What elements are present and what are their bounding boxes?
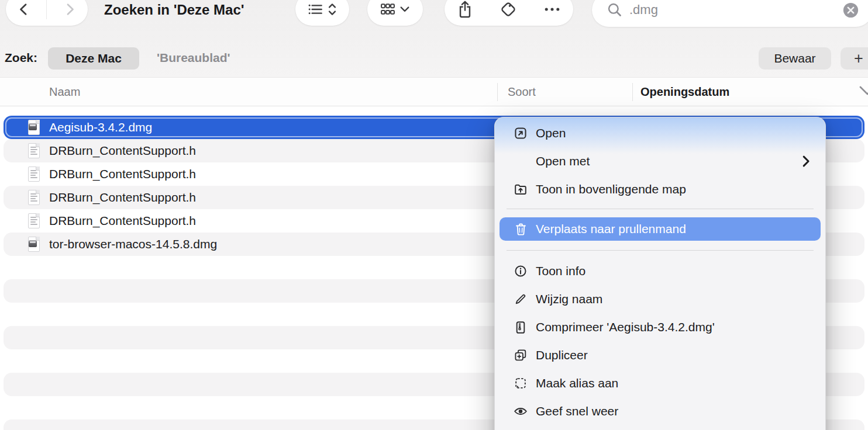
file-name: DRBurn_ContentSupport.h <box>49 214 196 228</box>
search-input[interactable]: .dmg <box>629 2 843 18</box>
no-icon <box>514 154 528 168</box>
open-icon <box>514 126 528 140</box>
column-divider[interactable] <box>497 83 498 101</box>
column-header-kind[interactable]: Soort <box>508 78 536 106</box>
dmg-file-icon <box>27 119 41 136</box>
header-file-icon <box>27 166 41 182</box>
menu-item-show-in-enclosing-folder[interactable]: Toon in bovenliggende map <box>500 178 821 201</box>
file-name: DRBurn_ContentSupport.h <box>49 167 196 181</box>
sort-direction-icon <box>859 84 868 99</box>
column-header-date[interactable]: Openingsdatum <box>640 78 729 106</box>
menu-item-label: Verplaats naar prullenmand <box>536 222 686 236</box>
submenu-chevron-icon <box>802 155 810 167</box>
file-name: DRBurn_ContentSupport.h <box>49 144 196 158</box>
menu-item-compress[interactable]: Comprimeer 'Aegisub-3.4.2.dmg' <box>500 315 821 339</box>
file-name: Aegisub-3.4.2.dmg <box>49 120 152 134</box>
menu-item-quick-look[interactable]: Geef snel weer <box>500 400 821 423</box>
eye-icon <box>514 404 528 418</box>
header-file-icon <box>27 189 41 206</box>
scope-this-mac[interactable]: Deze Mac <box>48 47 139 70</box>
menu-item-label: Open <box>536 126 566 140</box>
divider <box>46 0 47 19</box>
column-header-row: Naam Soort Openingsdatum <box>0 77 868 106</box>
tag-icon[interactable] <box>500 1 516 18</box>
toolbar: Zoeken in 'Deze Mac' <box>0 0 868 77</box>
search-field[interactable]: .dmg <box>592 0 868 27</box>
add-criteria-button[interactable]: + <box>841 47 868 70</box>
menu-item-move-to-trash[interactable]: Verplaats naar prullenmand <box>500 217 821 241</box>
scope-desktop[interactable]: 'Bureaublad' <box>157 51 230 65</box>
pencil-icon <box>514 292 528 306</box>
group-button[interactable] <box>367 0 423 26</box>
header-file-icon <box>27 213 41 229</box>
context-menu: Open Open met Toon in bovenliggende map <box>494 117 826 430</box>
share-icon[interactable] <box>457 1 473 18</box>
zip-icon <box>514 320 528 334</box>
window-title: Zoeken in 'Deze Mac' <box>104 0 244 20</box>
menu-item-label: Open met <box>536 154 590 168</box>
trash-icon <box>514 222 528 236</box>
menu-item-label: Maak alias aan <box>536 376 618 390</box>
finder-window: Zoeken in 'Deze Mac' <box>0 0 868 430</box>
menu-item-label: Comprimeer 'Aegisub-3.4.2.dmg' <box>536 320 715 334</box>
actions-group <box>445 0 573 26</box>
forward-icon[interactable] <box>63 3 76 16</box>
chevron-down-icon <box>400 6 409 13</box>
menu-divider <box>507 250 814 251</box>
view-options-button[interactable] <box>295 0 349 26</box>
column-header-name[interactable]: Naam <box>49 78 80 106</box>
duplicate-icon <box>514 348 528 362</box>
menu-item-label: Toon info <box>536 264 585 278</box>
nav-buttons <box>6 0 88 26</box>
header-file-icon <box>27 143 41 159</box>
menu-item-label: Dupliceer <box>536 348 588 362</box>
scope-label: Zoek: <box>5 51 37 65</box>
menu-item-label: Geef snel weer <box>536 404 618 418</box>
info-icon <box>514 264 528 278</box>
group-by-icon <box>381 3 395 16</box>
menu-item-get-info[interactable]: Toon info <box>500 259 821 283</box>
menu-item-duplicate[interactable]: Dupliceer <box>500 344 821 367</box>
menu-item-rename[interactable]: Wijzig naam <box>500 287 821 311</box>
more-icon[interactable] <box>544 5 560 14</box>
clear-icon[interactable] <box>843 2 859 18</box>
dmg-file-icon <box>27 236 41 252</box>
column-divider[interactable] <box>632 83 633 101</box>
menu-item-open-with[interactable]: Open met <box>500 150 821 173</box>
alias-icon <box>514 376 528 390</box>
search-icon <box>607 2 622 18</box>
menu-item-make-alias[interactable]: Maak alias aan <box>500 372 821 395</box>
menu-item-label: Toon in bovenliggende map <box>536 182 686 196</box>
save-search-button[interactable]: Bewaar <box>759 47 831 70</box>
menu-item-open[interactable]: Open <box>500 122 821 145</box>
back-icon[interactable] <box>18 3 30 16</box>
list-view-icon <box>308 3 322 16</box>
menu-divider <box>507 209 814 209</box>
file-name: DRBurn_ContentSupport.h <box>49 190 196 204</box>
parent-folder-icon <box>514 182 528 196</box>
sort-toggle-icon <box>328 3 337 16</box>
file-name: tor-browser-macos-14.5.8.dmg <box>49 237 217 251</box>
menu-item-label: Wijzig naam <box>536 292 602 306</box>
